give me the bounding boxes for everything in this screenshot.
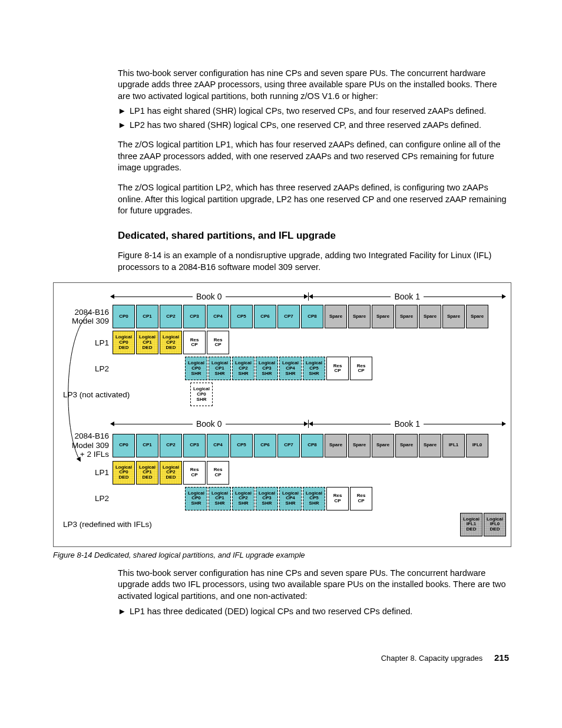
range-arrow-right-icon — [502, 421, 506, 426]
page-footer: Chapter 8. Capacity upgrades 215 — [53, 653, 509, 663]
diagram-cell: ResCP — [350, 357, 372, 380]
diagram-cell: CP0 — [113, 305, 135, 328]
bullet-text: LP1 has three dedicated (DED) logical CP… — [130, 606, 412, 618]
lp3-label-b: LP3 (redefined with IFLs) — [58, 520, 190, 529]
book0-label-b: Book 0 — [193, 419, 226, 429]
intro-para: This two-book server configuration has n… — [118, 68, 509, 103]
diagram-cell: CP4 — [207, 434, 229, 457]
chapter-label: Chapter 8. Capacity upgrades — [381, 654, 483, 663]
row-lp1-a: LP1 LogicalCP0DEDLogicalCP1DEDLogicalCP2… — [58, 330, 506, 355]
diagram-cell: LogicalCP1DED — [136, 461, 158, 485]
row-lp2-b: LP2 LogicalCP0SHRLogicalCP1SHRLogicalCP2… — [58, 486, 506, 511]
diagram-cell: ResCP — [207, 461, 229, 485]
diagram-cell: LogicalCP2SHR — [232, 487, 254, 510]
diagram-cell: LogicalCP5SHR — [303, 357, 325, 380]
range-arrow-right-icon — [304, 421, 308, 426]
book1-label-b: Book 1 — [391, 419, 424, 429]
diagram-cell: LogicalIFL0DED — [484, 513, 506, 536]
bullet-icon: ► — [118, 106, 130, 117]
bullet-lp2: ► LP2 has two shared (SHR) logical CPs, … — [118, 120, 509, 131]
lp1-label-b: LP1 — [58, 468, 113, 477]
diagram-cell: CP6 — [254, 434, 276, 457]
diagram-cell: LogicalCP3SHR — [256, 357, 278, 380]
diagram-cell: CP7 — [277, 434, 300, 457]
range-arrow-left-icon — [309, 421, 313, 426]
bullet-icon: ► — [118, 120, 130, 131]
diagram-cell: LogicalCP0SHR — [185, 487, 207, 510]
diagram-cell: CP5 — [230, 305, 253, 328]
diagram-cell: CP2 — [160, 305, 182, 328]
diagram-cell: ResCP — [183, 461, 206, 485]
section-heading: Dedicated, shared partitions, and IFL up… — [118, 230, 509, 242]
diagram-cell: CP3 — [183, 434, 206, 457]
lp1-label: LP1 — [58, 338, 113, 348]
diagram-cell: CP1 — [136, 305, 158, 328]
bullet-text: LP2 has two shared (SHR) logical CPs, on… — [130, 120, 481, 131]
diagram-cell: Spare — [442, 305, 465, 328]
after-fig-para: This two-book server configuration has n… — [118, 568, 509, 602]
lp2-label: LP2 — [58, 364, 113, 374]
range-arrow-left-icon — [309, 294, 313, 299]
diagram-cell: Spare — [325, 305, 347, 328]
lp1-para: The z/OS logical partition LP1, which ha… — [118, 139, 509, 174]
diagram-cell: Spare — [325, 434, 347, 457]
diagram-cell: Spare — [395, 434, 418, 457]
diagram-cell: CP1 — [136, 434, 158, 457]
row-lp2-a: LP2 LogicalCP0SHRLogicalCP1SHRLogicalCP2… — [58, 356, 506, 381]
diagram-cell: LogicalCP1SHR — [209, 487, 231, 510]
figure-8-14: Book 0 Book 1 2084-B16 Model 309 CP0CP1C… — [53, 282, 511, 547]
bullet-text: LP1 has eight shared (SHR) logical CPs, … — [130, 106, 486, 117]
diagram-cell: CP4 — [207, 305, 229, 328]
figure-caption: Figure 8-14 Dedicated, shared logical pa… — [53, 551, 509, 559]
diagram-cell: LogicalCP0SHR — [190, 383, 213, 406]
diagram-cell: LogicalCP0SHR — [185, 357, 207, 380]
diagram-cell: Spare — [419, 434, 441, 457]
book0-label: Book 0 — [193, 292, 226, 301]
diagram-cell: CP3 — [183, 305, 206, 328]
diagram-cell: CP8 — [301, 434, 323, 457]
diagram-cell: CP2 — [160, 434, 182, 457]
model-label-b: 2084-B16 Model 309 + 2 IFLs — [58, 431, 113, 459]
bullet-lp1: ► LP1 has eight shared (SHR) logical CPs… — [118, 106, 509, 117]
diagram-cell: Spare — [466, 305, 488, 328]
diagram-cell: ResCP — [326, 487, 349, 510]
diagram-cell: LogicalCP0DED — [113, 461, 135, 485]
diagram-cell: LogicalCP5SHR — [303, 487, 325, 510]
diagram-cell: CP8 — [301, 305, 323, 328]
diagram-cell: CP5 — [230, 434, 253, 457]
page-number: 215 — [494, 653, 509, 663]
diagram-cell: Spare — [372, 434, 394, 457]
diagram-cell: ResCP — [183, 331, 206, 354]
diagram-cell: Spare — [348, 305, 371, 328]
model-label-a: 2084-B16 Model 309 — [58, 308, 113, 326]
book1-label: Book 1 — [391, 292, 424, 301]
diagram-cell: LogicalCP2DED — [160, 331, 182, 354]
row-lp3-b: LP3 (redefined with IFLs) LogicalIFL1DED… — [58, 512, 506, 537]
diagram-cell: CP6 — [254, 305, 276, 328]
diagram-cell: Spare — [395, 305, 418, 328]
range-arrow-left-icon — [110, 421, 114, 426]
row-model-a: 2084-B16 Model 309 CP0CP1CP2CP3CP4CP5CP6… — [58, 304, 506, 329]
range-arrow-right-icon — [304, 294, 308, 299]
section-para: Figure 8-14 is an example of a nondisrup… — [118, 250, 509, 273]
diagram-cell: ResCP — [326, 357, 349, 380]
diagram-cell: LogicalCP0DED — [113, 331, 135, 354]
range-arrow-left-icon — [110, 294, 114, 299]
diagram-cell: ResCP — [207, 331, 229, 354]
diagram-cell: Spare — [348, 434, 371, 457]
diagram-cell: ResCP — [350, 487, 372, 510]
diagram-cell: LogicalCP2SHR — [232, 357, 254, 380]
book-range-top-b: Book 0 Book 1 — [110, 419, 506, 429]
bullet-icon: ► — [118, 606, 130, 618]
diagram-cell: CP7 — [277, 305, 300, 328]
diagram-cell: Spare — [372, 305, 394, 328]
lp2-label-b: LP2 — [58, 494, 113, 503]
diagram-cell: LogicalIFL1DED — [460, 513, 482, 536]
after-bullet-lp1: ► LP1 has three dedicated (DED) logical … — [118, 606, 509, 618]
lp3-label: LP3 (not activated) — [58, 390, 190, 400]
lp2-para: The z/OS logical partition LP2, which ha… — [118, 182, 509, 217]
diagram-cell: LogicalCP2DED — [160, 461, 182, 485]
diagram-cell: LogicalCP4SHR — [279, 357, 302, 380]
row-lp3-a: LP3 (not activated) LogicalCP0SHR — [58, 382, 506, 407]
row-model-b: 2084-B16 Model 309 + 2 IFLs CP0CP1CP2CP3… — [58, 431, 506, 459]
